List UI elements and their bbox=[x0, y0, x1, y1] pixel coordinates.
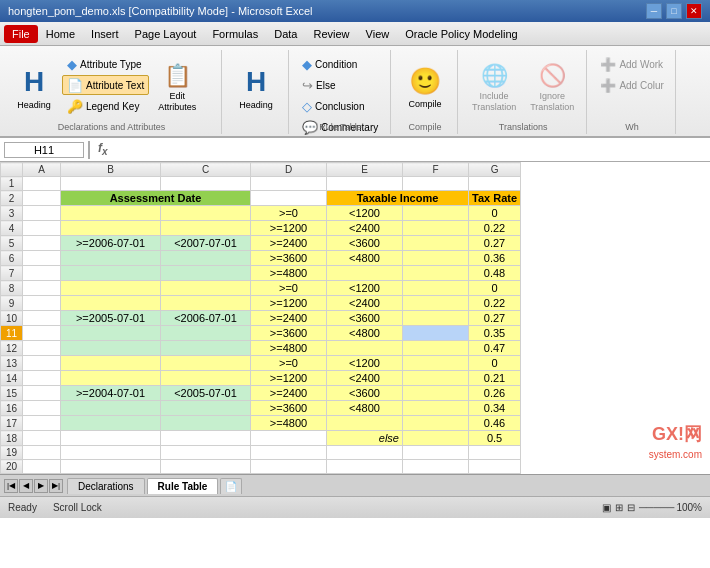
else-btn[interactable]: ↪ Else bbox=[297, 75, 383, 95]
cell-c20[interactable] bbox=[161, 460, 251, 474]
cell-d6[interactable]: >=3600 bbox=[251, 251, 327, 266]
sheet-nav-first[interactable]: |◀ bbox=[4, 479, 18, 493]
cell-d17[interactable]: >=4800 bbox=[251, 416, 327, 431]
cell-d16[interactable]: >=3600 bbox=[251, 401, 327, 416]
cell-f9[interactable] bbox=[403, 296, 469, 311]
menu-review[interactable]: Review bbox=[305, 25, 357, 43]
cell-a11[interactable] bbox=[23, 326, 61, 341]
cell-f5[interactable] bbox=[403, 236, 469, 251]
cell-c10[interactable]: <2006-07-01 bbox=[161, 311, 251, 326]
cell-e1[interactable] bbox=[327, 177, 403, 191]
cell-f17[interactable] bbox=[403, 416, 469, 431]
cell-e10[interactable]: <3600 bbox=[327, 311, 403, 326]
cell-g16[interactable]: 0.34 bbox=[469, 401, 521, 416]
cell-e18[interactable]: else bbox=[327, 431, 403, 446]
cell-a4[interactable] bbox=[23, 221, 61, 236]
cell-a5[interactable] bbox=[23, 236, 61, 251]
cell-b1[interactable] bbox=[61, 177, 161, 191]
cell-f1[interactable] bbox=[403, 177, 469, 191]
cell-e13[interactable]: <1200 bbox=[327, 356, 403, 371]
cell-g14[interactable]: 0.21 bbox=[469, 371, 521, 386]
col-header-e[interactable]: E bbox=[327, 163, 403, 177]
cell-a14[interactable] bbox=[23, 371, 61, 386]
cell-c3[interactable] bbox=[161, 206, 251, 221]
cell-e9[interactable]: <2400 bbox=[327, 296, 403, 311]
conclusion-btn[interactable]: ◇ Conclusion bbox=[297, 96, 383, 116]
menu-page-layout[interactable]: Page Layout bbox=[127, 25, 205, 43]
cell-a6[interactable] bbox=[23, 251, 61, 266]
menu-oracle[interactable]: Oracle Policy Modeling bbox=[397, 25, 526, 43]
cell-g7[interactable]: 0.48 bbox=[469, 266, 521, 281]
cell-c14[interactable] bbox=[161, 371, 251, 386]
menu-formulas[interactable]: Formulas bbox=[204, 25, 266, 43]
menu-view[interactable]: View bbox=[358, 25, 398, 43]
cell-a12[interactable] bbox=[23, 341, 61, 356]
cell-e11[interactable]: <4800 bbox=[327, 326, 403, 341]
sheet-tab-declarations[interactable]: Declarations bbox=[67, 478, 145, 494]
close-btn[interactable]: ✕ bbox=[686, 3, 702, 19]
cell-e7[interactable] bbox=[327, 266, 403, 281]
cell-d13[interactable]: >=0 bbox=[251, 356, 327, 371]
heading2-button[interactable]: H Heading bbox=[230, 52, 282, 124]
name-box[interactable] bbox=[4, 142, 84, 158]
cell-f14[interactable] bbox=[403, 371, 469, 386]
cell-d18[interactable] bbox=[251, 431, 327, 446]
cell-b4[interactable] bbox=[61, 221, 161, 236]
cell-f13[interactable] bbox=[403, 356, 469, 371]
cell-b15[interactable]: >=2004-07-01 bbox=[61, 386, 161, 401]
col-header-g[interactable]: G bbox=[469, 163, 521, 177]
cell-g11[interactable]: 0.35 bbox=[469, 326, 521, 341]
col-header-d[interactable]: D bbox=[251, 163, 327, 177]
cell-a15[interactable] bbox=[23, 386, 61, 401]
cell-b7[interactable] bbox=[61, 266, 161, 281]
cell-c9[interactable] bbox=[161, 296, 251, 311]
cell-f10[interactable] bbox=[403, 311, 469, 326]
cell-g8[interactable]: 0 bbox=[469, 281, 521, 296]
compile-button[interactable]: 🙂 Compile bbox=[399, 52, 451, 124]
cell-a17[interactable] bbox=[23, 416, 61, 431]
cell-f3[interactable] bbox=[403, 206, 469, 221]
cell-a9[interactable] bbox=[23, 296, 61, 311]
maximize-btn[interactable]: □ bbox=[666, 3, 682, 19]
cell-e3[interactable]: <1200 bbox=[327, 206, 403, 221]
attribute-type-btn[interactable]: ◆ Attribute Type bbox=[62, 54, 149, 74]
cell-a10[interactable] bbox=[23, 311, 61, 326]
zoom-slider[interactable]: ───── 100% bbox=[639, 502, 702, 513]
cell-c5[interactable]: <2007-07-01 bbox=[161, 236, 251, 251]
cell-e2[interactable]: Taxable Income bbox=[327, 191, 469, 206]
cell-d20[interactable] bbox=[251, 460, 327, 474]
cell-f15[interactable] bbox=[403, 386, 469, 401]
cell-d19[interactable] bbox=[251, 446, 327, 460]
cell-d3[interactable]: >=0 bbox=[251, 206, 327, 221]
cell-g17[interactable]: 0.46 bbox=[469, 416, 521, 431]
sheet-tab-extra[interactable]: 📄 bbox=[220, 478, 242, 494]
cell-e4[interactable]: <2400 bbox=[327, 221, 403, 236]
cell-e19[interactable] bbox=[327, 446, 403, 460]
sheet-nav-next[interactable]: ▶ bbox=[34, 479, 48, 493]
cell-f6[interactable] bbox=[403, 251, 469, 266]
view-normal-icon[interactable]: ▣ bbox=[602, 502, 611, 513]
cell-b12[interactable] bbox=[61, 341, 161, 356]
cell-b5[interactable]: >=2006-07-01 bbox=[61, 236, 161, 251]
menu-insert[interactable]: Insert bbox=[83, 25, 127, 43]
cell-b13[interactable] bbox=[61, 356, 161, 371]
cell-f12[interactable] bbox=[403, 341, 469, 356]
cell-c8[interactable] bbox=[161, 281, 251, 296]
cell-g20[interactable] bbox=[469, 460, 521, 474]
cell-a20[interactable] bbox=[23, 460, 61, 474]
minimize-btn[interactable]: ─ bbox=[646, 3, 662, 19]
cell-a13[interactable] bbox=[23, 356, 61, 371]
cell-b2[interactable]: Assessment Date bbox=[61, 191, 251, 206]
cell-a3[interactable] bbox=[23, 206, 61, 221]
sheet-nav-last[interactable]: ▶| bbox=[49, 479, 63, 493]
cell-c17[interactable] bbox=[161, 416, 251, 431]
menu-home[interactable]: Home bbox=[38, 25, 83, 43]
cell-g10[interactable]: 0.27 bbox=[469, 311, 521, 326]
cell-b8[interactable] bbox=[61, 281, 161, 296]
cell-b18[interactable] bbox=[61, 431, 161, 446]
cell-d11[interactable]: >=3600 bbox=[251, 326, 327, 341]
legend-key-btn[interactable]: 🔑 Legend Key bbox=[62, 96, 149, 116]
window-controls[interactable]: ─ □ ✕ bbox=[646, 3, 702, 19]
attribute-text-btn[interactable]: 📄 Attribute Text bbox=[62, 75, 149, 95]
cell-a19[interactable] bbox=[23, 446, 61, 460]
